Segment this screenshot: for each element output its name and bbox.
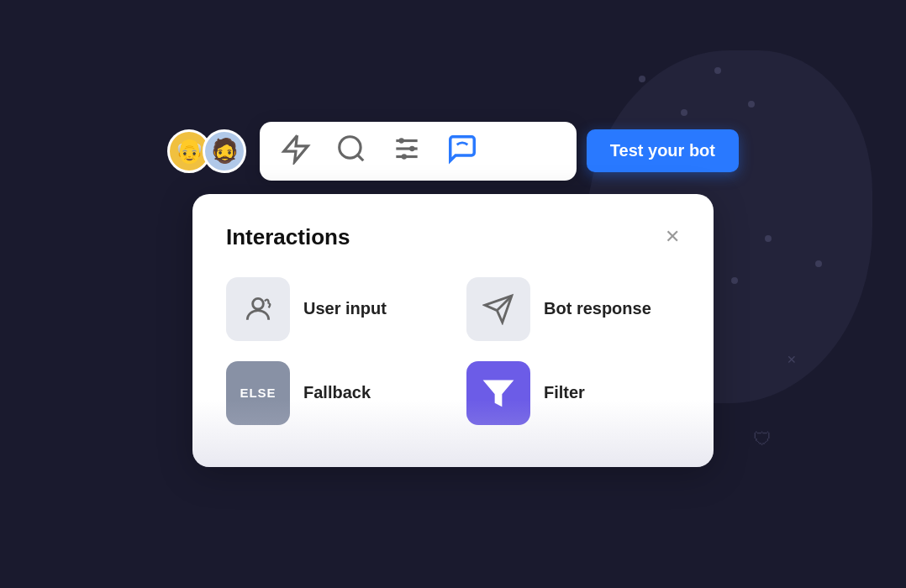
svg-point-8 <box>253 298 264 309</box>
filter-item[interactable]: Filter <box>466 361 680 425</box>
top-bar: 👴 🧔 <box>167 122 739 181</box>
avatars-group: 👴 🧔 <box>167 129 246 173</box>
interactions-grid: User input Bot response ELSE Fallback <box>226 277 680 425</box>
svg-point-6 <box>409 145 414 150</box>
bot-response-item[interactable]: Bot response <box>466 277 680 341</box>
search-icon[interactable] <box>335 133 367 170</box>
svg-point-0 <box>340 136 361 157</box>
test-bot-button[interactable]: Test your bot <box>587 129 739 172</box>
else-text: ELSE <box>240 386 276 400</box>
svg-marker-11 <box>485 381 512 405</box>
main-scene: 👴 🧔 <box>167 122 739 467</box>
svg-point-5 <box>399 138 404 143</box>
card-header: Interactions ✕ <box>226 224 680 250</box>
toolbar <box>260 122 577 181</box>
user-input-icon-box <box>226 277 290 341</box>
fallback-item[interactable]: ELSE Fallback <box>226 361 440 425</box>
svg-point-7 <box>402 154 407 159</box>
filter-icon-box <box>466 361 530 425</box>
filter-label: Filter <box>544 383 585 402</box>
avatar1-face: 👴 <box>175 137 204 165</box>
close-button[interactable]: ✕ <box>665 226 680 248</box>
chat-icon[interactable] <box>446 133 478 170</box>
bot-response-icon-box <box>466 277 530 341</box>
interactions-card: Interactions ✕ User input <box>192 194 714 467</box>
sliders-icon[interactable] <box>391 133 423 170</box>
fallback-icon-box: ELSE <box>226 361 290 425</box>
user-input-item[interactable]: User input <box>226 277 440 341</box>
bot-response-label: Bot response <box>544 299 651 318</box>
user-input-label: User input <box>303 299 387 318</box>
bolt-icon[interactable] <box>280 133 312 170</box>
svg-line-1 <box>357 155 363 160</box>
card-title: Interactions <box>226 224 350 250</box>
fallback-label: Fallback <box>303 383 371 402</box>
avatar-user2: 🧔 <box>203 129 246 173</box>
avatar2-face: 🧔 <box>210 137 240 165</box>
